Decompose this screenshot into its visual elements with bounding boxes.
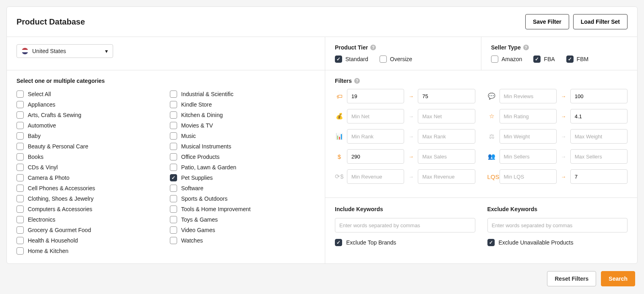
seller-type-checkbox[interactable] xyxy=(491,56,498,63)
header: Product Database Save Filter Load Filter… xyxy=(7,7,637,37)
filter-min-input[interactable] xyxy=(500,149,557,164)
category-checkbox[interactable] xyxy=(170,111,177,119)
filter-max-input[interactable] xyxy=(570,129,627,144)
exclude-unavailable-label: Exclude Unavailable Products xyxy=(499,239,574,246)
category-label: Patio, Lawn & Garden xyxy=(181,164,236,171)
category-item: Electronics xyxy=(17,214,162,225)
category-checkbox[interactable] xyxy=(17,101,24,108)
arrow-icon: → xyxy=(407,134,415,140)
category-label: Pet Supplies xyxy=(181,175,213,181)
category-label: Music xyxy=(181,133,196,139)
category-label: Automotive xyxy=(28,122,56,129)
category-checkbox[interactable] xyxy=(170,164,177,171)
filter-max-input[interactable] xyxy=(570,169,627,184)
category-item: Home & Kitchen xyxy=(17,246,162,256)
help-icon[interactable]: ? xyxy=(354,78,360,84)
exclude-keywords-input[interactable] xyxy=(487,218,628,232)
category-checkbox[interactable] xyxy=(17,164,24,171)
category-checkbox[interactable] xyxy=(170,153,177,160)
category-label: Grocery & Gourmet Food xyxy=(28,227,91,233)
category-item: Computers & Accessories xyxy=(17,204,162,214)
category-label: Clothing, Shoes & Jewelry xyxy=(28,195,93,202)
filter-max-input[interactable] xyxy=(570,89,627,103)
category-checkbox[interactable] xyxy=(17,237,24,244)
category-label: Electronics xyxy=(28,216,55,223)
category-checkbox[interactable] xyxy=(17,247,24,255)
category-checkbox[interactable] xyxy=(170,174,177,181)
category-checkbox[interactable] xyxy=(170,122,177,129)
filter-min-input[interactable] xyxy=(347,89,404,103)
category-checkbox[interactable] xyxy=(170,185,177,192)
category-checkbox[interactable] xyxy=(170,90,177,98)
filter-max-input[interactable] xyxy=(418,89,475,103)
category-item: Cell Phones & Accessories xyxy=(17,183,162,193)
seller-type-checkbox[interactable] xyxy=(566,56,574,63)
filter-range-row: 🏷→ xyxy=(335,89,475,103)
category-checkbox[interactable] xyxy=(17,90,24,98)
product-tier-checkbox[interactable] xyxy=(335,56,342,63)
category-checkbox[interactable] xyxy=(17,206,24,213)
exclude-top-brands-label: Exclude Top Brands xyxy=(346,239,396,246)
category-item: CDs & Vinyl xyxy=(17,162,162,173)
category-checkbox[interactable] xyxy=(17,111,24,119)
category-checkbox[interactable] xyxy=(17,216,24,223)
filter-min-input[interactable] xyxy=(500,129,557,144)
arrow-icon: → xyxy=(560,134,567,140)
tag-icon: 🏷 xyxy=(335,93,344,100)
country-cell: United States ▾ xyxy=(7,37,325,70)
filter-max-input[interactable] xyxy=(570,109,627,123)
category-checkbox[interactable] xyxy=(17,195,24,202)
product-tier-label: Oversize xyxy=(390,56,412,62)
category-checkbox[interactable] xyxy=(170,132,177,140)
category-checkbox[interactable] xyxy=(17,226,24,234)
reset-filters-button[interactable]: Reset Filters xyxy=(547,271,596,286)
category-checkbox[interactable] xyxy=(17,122,24,129)
category-checkbox[interactable] xyxy=(17,185,24,192)
chevron-down-icon: ▾ xyxy=(105,48,108,54)
category-item: Select All xyxy=(17,89,162,99)
arrow-icon: → xyxy=(407,154,415,160)
seller-type-cell: Seller Type ? AmazonFBAFBM xyxy=(481,37,637,70)
save-filter-button[interactable]: Save Filter xyxy=(525,14,569,29)
category-checkbox[interactable] xyxy=(170,206,177,213)
help-icon[interactable]: ? xyxy=(370,45,376,50)
filter-max-input[interactable] xyxy=(418,129,475,144)
category-item: Grocery & Gourmet Food xyxy=(17,225,162,235)
product-tier-checkbox[interactable] xyxy=(380,56,387,63)
filter-min-input[interactable] xyxy=(347,149,404,164)
filter-max-input[interactable] xyxy=(570,149,627,164)
filter-max-input[interactable] xyxy=(418,169,475,184)
help-icon[interactable]: ? xyxy=(523,45,529,50)
people-icon: 👥 xyxy=(487,153,496,160)
filters-title: Filters ? xyxy=(335,78,627,84)
category-checkbox[interactable] xyxy=(170,216,177,223)
category-checkbox[interactable] xyxy=(170,195,177,202)
filter-min-input[interactable] xyxy=(500,109,557,123)
category-checkbox[interactable] xyxy=(17,174,24,181)
country-select[interactable]: United States ▾ xyxy=(17,44,113,58)
include-keywords-input[interactable] xyxy=(335,218,475,232)
seller-type-checkbox[interactable] xyxy=(533,56,541,63)
filter-min-input[interactable] xyxy=(347,109,404,123)
category-checkbox[interactable] xyxy=(170,101,177,108)
category-checkbox[interactable] xyxy=(17,143,24,150)
load-filter-set-button[interactable]: Load Filter Set xyxy=(573,14,627,29)
filter-max-input[interactable] xyxy=(418,109,475,123)
category-checkbox[interactable] xyxy=(170,143,177,150)
product-tier-label: Standard xyxy=(345,56,368,62)
category-checkbox[interactable] xyxy=(17,132,24,140)
category-checkbox[interactable] xyxy=(170,226,177,234)
arrow-icon: → xyxy=(407,113,415,119)
category-checkbox[interactable] xyxy=(17,153,24,160)
exclude-top-brands-checkbox[interactable] xyxy=(335,239,342,246)
filter-min-input[interactable] xyxy=(347,169,404,184)
category-checkbox[interactable] xyxy=(170,237,177,244)
filter-min-input[interactable] xyxy=(500,89,557,103)
filter-min-input[interactable] xyxy=(347,129,404,144)
category-item: Office Products xyxy=(170,152,315,162)
exclude-unavailable-checkbox[interactable] xyxy=(487,239,495,246)
seller-type-group: AmazonFBAFBM xyxy=(491,56,627,63)
filter-min-input[interactable] xyxy=(500,169,557,184)
filter-max-input[interactable] xyxy=(418,149,475,164)
search-button[interactable]: Search xyxy=(601,271,635,286)
